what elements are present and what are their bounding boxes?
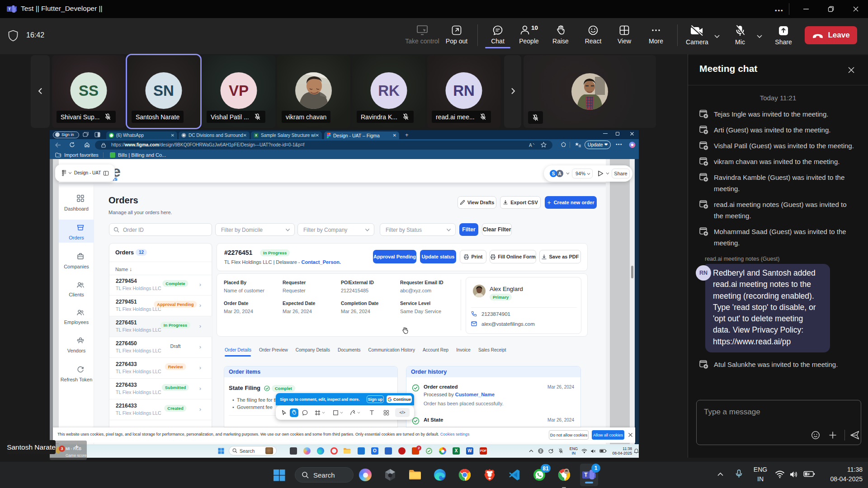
svg-text:A: A <box>529 143 532 148</box>
svg-text:T: T <box>8 7 11 11</box>
svg-text:10: 10 <box>531 24 538 31</box>
svg-text:T: T <box>584 472 588 478</box>
svg-text:X: X <box>255 133 257 137</box>
